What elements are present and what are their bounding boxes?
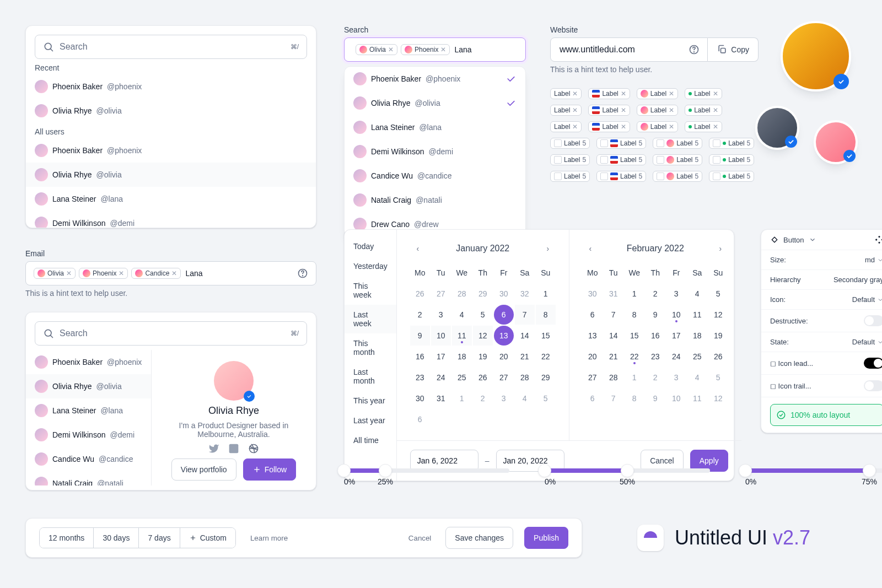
calendar-day[interactable]: 19 xyxy=(473,347,493,366)
calendar-day[interactable]: 28 xyxy=(452,284,472,304)
calendar-day[interactable]: 13 xyxy=(583,326,603,346)
calendar-day[interactable]: 15 xyxy=(625,326,644,346)
label-chip[interactable]: Label✕ xyxy=(588,105,630,116)
calendar-day[interactable]: 6 xyxy=(494,305,514,325)
label-chip[interactable]: Label✕ xyxy=(588,88,630,99)
chevron-down-icon[interactable] xyxy=(809,236,816,244)
seg-custom[interactable]: Custom xyxy=(180,528,235,548)
search-input[interactable] xyxy=(58,41,286,52)
remove-icon[interactable]: ✕ xyxy=(713,123,718,131)
toggle[interactable] xyxy=(864,380,882,391)
label-chip-count[interactable]: Label5 xyxy=(653,154,702,165)
label-chip[interactable]: Label✕ xyxy=(550,121,582,132)
calendar-day[interactable]: 4 xyxy=(452,305,472,325)
checkbox[interactable] xyxy=(600,172,608,180)
calendar-day[interactable]: 26 xyxy=(708,347,728,366)
label-chip-count[interactable]: Label5 xyxy=(709,138,754,149)
calendar-day[interactable]: 25 xyxy=(452,368,472,387)
calendar-day[interactable]: 4 xyxy=(515,389,535,408)
label-chip-count[interactable]: Label5 xyxy=(596,154,646,165)
calendar-day[interactable]: 18 xyxy=(687,326,707,346)
profile-search-input[interactable] xyxy=(58,328,286,339)
calendar-day[interactable]: 3 xyxy=(494,389,514,408)
calendar-day[interactable]: 10 xyxy=(666,389,686,408)
calendar-day[interactable]: 9 xyxy=(646,389,665,408)
preset-option[interactable]: Yesterday xyxy=(345,256,396,276)
label-chip[interactable]: Label✕ xyxy=(685,88,722,99)
view-portfolio-button[interactable]: View portfolio xyxy=(171,458,236,481)
toggle[interactable] xyxy=(864,358,882,369)
toggle[interactable] xyxy=(864,315,882,326)
label-chip-count[interactable]: Label5 xyxy=(550,138,590,149)
remove-icon[interactable]: ✕ xyxy=(713,90,718,98)
help-icon[interactable] xyxy=(689,44,700,55)
checkbox[interactable] xyxy=(600,156,608,164)
calendar-day[interactable]: 29 xyxy=(473,284,493,304)
label-chip-count[interactable]: Label5 xyxy=(653,138,702,149)
calendar-day[interactable]: 6 xyxy=(410,409,430,429)
seg-option[interactable]: 30 days xyxy=(94,528,139,548)
slider-thumb-lo[interactable] xyxy=(739,464,752,477)
user-row[interactable]: Demi Wilkinson @demi xyxy=(345,139,525,164)
user-row[interactable]: Demi Wilkinson @demi xyxy=(26,423,151,447)
user-row[interactable]: Candice Wu @candice xyxy=(26,447,151,471)
calendar-day[interactable]: 19 xyxy=(708,326,728,346)
learn-more-link[interactable]: Learn more xyxy=(247,533,291,543)
seg-option[interactable]: 7 days xyxy=(139,528,180,548)
calendar-day[interactable]: 3 xyxy=(431,305,451,325)
save-changes-button[interactable]: Save changes xyxy=(445,527,513,549)
email-text-input[interactable] xyxy=(184,268,294,278)
website-text[interactable] xyxy=(558,44,684,55)
tag-chip[interactable]: Candice✕ xyxy=(131,268,181,279)
calendar-day[interactable]: 8 xyxy=(625,389,644,408)
calendar-day[interactable]: 29 xyxy=(536,368,556,387)
remove-icon[interactable]: ✕ xyxy=(572,90,578,98)
calendar-day[interactable]: 10 xyxy=(431,326,451,346)
tag-chip[interactable]: Phoenix✕ xyxy=(79,268,128,279)
calendar-day[interactable]: 2 xyxy=(646,368,665,387)
preset-option[interactable]: Last year xyxy=(345,411,396,430)
calendar-day[interactable]: 4 xyxy=(687,368,707,387)
calendar-day[interactable]: 22 xyxy=(536,347,556,366)
checkbox[interactable] xyxy=(554,156,562,164)
remove-icon[interactable]: ✕ xyxy=(713,106,718,114)
label-chip[interactable]: Label✕ xyxy=(550,88,582,99)
checkbox[interactable] xyxy=(554,172,562,180)
calendar-day[interactable]: 4 xyxy=(687,284,707,304)
user-row[interactable]: Phoenix Baker @phoenix xyxy=(26,350,151,374)
calendar-day[interactable]: 23 xyxy=(646,347,665,366)
calendar-day[interactable]: 15 xyxy=(536,326,556,346)
search-input-wrap[interactable]: ⌘/ xyxy=(35,35,307,59)
remove-icon[interactable]: ✕ xyxy=(119,269,124,277)
calendar-day[interactable]: 24 xyxy=(431,368,451,387)
calendar-day[interactable]: 5 xyxy=(536,389,556,408)
search2-text[interactable] xyxy=(453,45,552,55)
seg-option[interactable]: 12 months xyxy=(40,528,94,548)
calendar-day[interactable]: 2 xyxy=(473,389,493,408)
calendar-day[interactable]: 16 xyxy=(410,347,430,366)
website-input[interactable] xyxy=(550,37,708,62)
label-chip-count[interactable]: Label5 xyxy=(550,171,590,182)
preset-option[interactable]: All time xyxy=(345,430,396,450)
checkbox[interactable] xyxy=(657,139,664,147)
label-chip-count[interactable]: Label5 xyxy=(596,171,646,182)
label-chip[interactable]: Label✕ xyxy=(637,105,678,116)
calendar-day[interactable]: 21 xyxy=(604,347,623,366)
remove-icon[interactable]: ✕ xyxy=(572,106,578,114)
checkbox[interactable] xyxy=(713,139,720,147)
calendar-day[interactable]: 9 xyxy=(410,326,430,346)
calendar-day[interactable]: 7 xyxy=(515,305,535,325)
remove-icon[interactable]: ✕ xyxy=(66,269,72,277)
calendar-day[interactable]: 26 xyxy=(410,284,430,304)
search2-input[interactable]: Olivia✕Phoenix✕ xyxy=(344,37,526,62)
remove-icon[interactable]: ✕ xyxy=(171,269,177,277)
user-row[interactable]: Natali Craig @natali xyxy=(26,471,151,485)
calendar-day[interactable]: 21 xyxy=(515,347,535,366)
user-row[interactable]: Lana Steiner @lana xyxy=(26,398,151,423)
user-row[interactable]: Lana Steiner @lana xyxy=(26,187,316,211)
remove-icon[interactable]: ✕ xyxy=(669,90,674,98)
profile-search[interactable]: ⌘/ xyxy=(35,321,307,346)
tag-chip[interactable]: Olivia✕ xyxy=(356,44,397,55)
user-row[interactable]: Olivia Rhye @olivia xyxy=(26,374,151,398)
user-row[interactable]: Olivia Rhye @olivia xyxy=(26,163,316,187)
